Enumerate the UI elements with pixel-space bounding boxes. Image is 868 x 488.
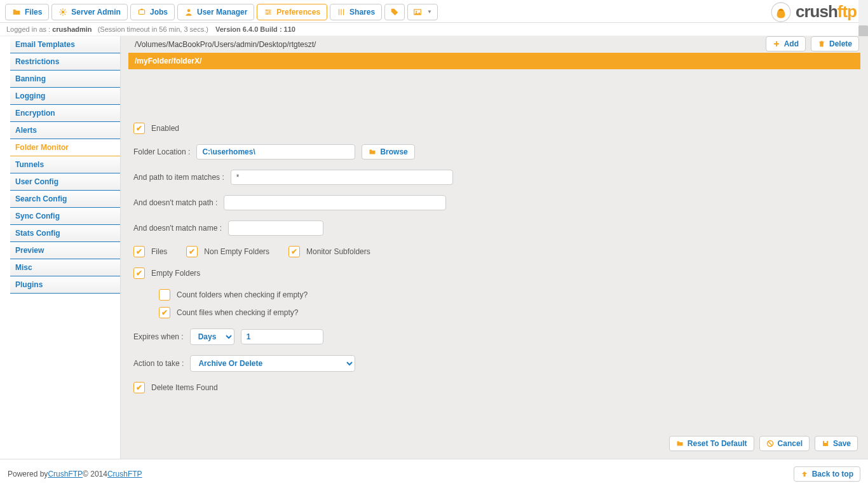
- preferences-sidebar: Email Templates Restrictions Banning Log…: [0, 36, 120, 459]
- sidebar-item-preview[interactable]: Preview: [10, 242, 120, 259]
- chevron-down-icon: ▼: [427, 9, 432, 15]
- user-icon: [184, 8, 193, 17]
- delete-button[interactable]: Delete: [811, 36, 859, 51]
- svg-point-3: [187, 9, 191, 12]
- plus-icon: [773, 40, 780, 48]
- jobs-icon: [137, 8, 146, 17]
- tab-label: Shares: [349, 8, 375, 17]
- tab-label: Server Admin: [71, 8, 121, 17]
- tab-server-admin[interactable]: Server Admin: [51, 4, 128, 20]
- main-panel: Add Delete /Volumes/MacBookPro/Users/adm…: [120, 36, 868, 459]
- not-match-name-input[interactable]: [228, 220, 323, 236]
- sidebar-item-user-config[interactable]: User Config: [10, 173, 120, 191]
- delete-items-checkbox[interactable]: [133, 382, 145, 393]
- cancel-button[interactable]: Cancel: [759, 436, 810, 451]
- sidebar-item-restrictions[interactable]: Restrictions: [10, 53, 120, 71]
- sidebar-item-stats-config[interactable]: Stats Config: [10, 225, 120, 242]
- folder-location-input[interactable]: [196, 144, 355, 159]
- back-to-top-button[interactable]: Back to top: [794, 466, 860, 482]
- tab-extra-2[interactable]: ▼: [407, 4, 438, 20]
- svg-point-8: [416, 11, 417, 12]
- sidebar-item-misc[interactable]: Misc: [10, 259, 120, 276]
- session-status: Logged in as : crushadmin (Session timeo…: [0, 23, 868, 36]
- expires-unit-select[interactable]: Days: [190, 329, 234, 345]
- sidebar-item-plugins[interactable]: Plugins: [10, 276, 120, 294]
- gear-icon: [58, 8, 67, 17]
- browse-button[interactable]: Browse: [362, 144, 414, 159]
- save-icon: [822, 440, 829, 447]
- tab-extra-1[interactable]: [384, 4, 405, 20]
- cancel-icon: [766, 440, 774, 447]
- action-label: Action to take :: [133, 359, 184, 368]
- fist-icon: [770, 1, 792, 23]
- sliders-icon: [264, 8, 273, 17]
- sidebar-item-logging[interactable]: Logging: [10, 88, 120, 105]
- tab-preferences[interactable]: Preferences: [257, 4, 327, 20]
- tag-icon: [390, 8, 399, 17]
- tab-label: User Manager: [197, 8, 247, 17]
- path-match-input[interactable]: [231, 170, 453, 185]
- svg-point-6: [267, 13, 268, 14]
- not-match-name-label: And doesn't match name :: [133, 224, 222, 233]
- svg-rect-1: [139, 10, 144, 14]
- svg-rect-2: [140, 8, 143, 10]
- svg-rect-12: [824, 441, 827, 443]
- count-files-checkbox[interactable]: [159, 307, 170, 318]
- reset-button[interactable]: Reset To Default: [669, 436, 754, 451]
- count-folders-checkbox[interactable]: [159, 289, 170, 301]
- footer-link-crushftp-2[interactable]: CrushFTP: [107, 470, 142, 478]
- footer-link-crushftp[interactable]: CrushFTP: [48, 470, 83, 478]
- svg-point-4: [266, 9, 268, 10]
- sidebar-item-banning[interactable]: Banning: [10, 71, 120, 88]
- svg-point-0: [62, 10, 65, 13]
- sidebar-item-tunnels[interactable]: Tunnels: [10, 156, 120, 173]
- arrow-up-icon: [801, 470, 808, 478]
- tab-label: Files: [25, 8, 42, 17]
- sidebar-item-search-config[interactable]: Search Config: [10, 191, 120, 208]
- non-empty-checkbox[interactable]: [186, 246, 198, 257]
- tab-label: Preferences: [276, 8, 320, 17]
- monitor-folder-list[interactable]: /Volumes/MacBookPro/Users/admin/Desktop/…: [128, 36, 860, 112]
- action-select[interactable]: Archive Or Delete: [190, 355, 355, 372]
- files-checkbox[interactable]: [133, 246, 145, 257]
- tab-shares[interactable]: Shares: [330, 4, 382, 20]
- expires-label: Expires when :: [133, 332, 184, 341]
- top-tab-bar: Files Server Admin Jobs User Manager Pre…: [0, 0, 868, 23]
- sidebar-item-alerts[interactable]: Alerts: [10, 122, 120, 139]
- add-button[interactable]: Add: [766, 36, 806, 51]
- path-match-label: And path to item matches :: [133, 173, 224, 182]
- tab-jobs[interactable]: Jobs: [130, 4, 175, 20]
- shares-icon: [337, 8, 346, 17]
- sidebar-item-folder-monitor[interactable]: Folder Monitor: [10, 139, 120, 156]
- tab-files[interactable]: Files: [5, 4, 49, 20]
- save-button[interactable]: Save: [815, 436, 858, 451]
- sidebar-item-sync-config[interactable]: Sync Config: [10, 208, 120, 225]
- folder-location-label: Folder Location :: [133, 147, 190, 156]
- not-match-path-label: And doesn't match path :: [133, 198, 217, 207]
- folder-icon: [12, 8, 21, 17]
- empty-folders-checkbox[interactable]: [133, 268, 145, 279]
- trash-icon: [818, 40, 825, 48]
- list-item[interactable]: /myFolder/folderX/: [128, 53, 860, 69]
- enabled-checkbox[interactable]: [133, 123, 145, 134]
- app-logo: crushftp: [770, 1, 863, 23]
- sidebar-item-email-templates[interactable]: Email Templates: [10, 36, 120, 53]
- enabled-label: Enabled: [151, 124, 179, 133]
- svg-point-5: [269, 11, 271, 12]
- sidebar-item-encryption[interactable]: Encryption: [10, 105, 120, 122]
- page-footer: Powered by CrushFTP © 2014 CrushFTP Back…: [0, 459, 868, 488]
- expires-value-input[interactable]: [241, 329, 323, 344]
- image-icon: [413, 8, 422, 17]
- tab-label: Jobs: [150, 8, 168, 17]
- folder-icon: [676, 440, 684, 447]
- monitor-sub-checkbox[interactable]: [288, 246, 300, 257]
- tab-user-manager[interactable]: User Manager: [177, 4, 254, 20]
- folder-icon: [369, 148, 376, 156]
- not-match-path-input[interactable]: [224, 195, 446, 210]
- list-item[interactable]: /Volumes/MacBookPro/Users/admin/Desktop/…: [128, 36, 860, 53]
